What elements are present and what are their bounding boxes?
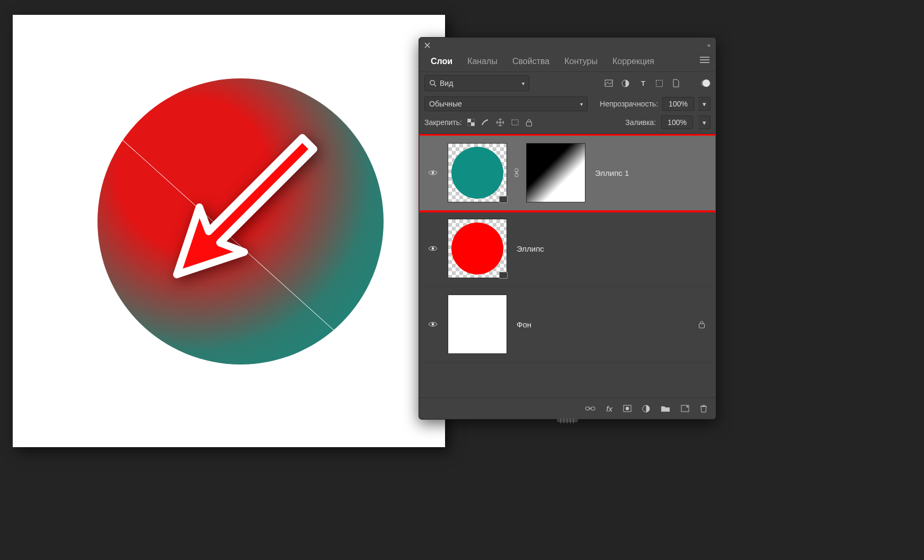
filter-smartobject-icon[interactable] [672,79,682,87]
layer-name-label[interactable]: Фон [517,320,531,329]
canvas-ellipse [97,78,384,365]
chevron-down-icon: ▾ [580,101,583,107]
opacity-value[interactable]: 100% [662,97,694,111]
svg-point-15 [432,247,434,250]
svg-rect-6 [467,119,471,122]
tab-adjustments[interactable]: Коррекция [605,52,662,72]
collapse-panel-icon[interactable]: « [707,42,710,48]
svg-rect-10 [526,122,531,126]
svg-rect-24 [681,405,689,412]
layer-row[interactable]: Эллипс [419,211,716,287]
panel-tabs: Слои Каналы Свойства Контуры Коррекция [419,52,716,72]
tab-paths[interactable]: Контуры [557,52,605,72]
panel-menu-icon[interactable] [694,52,716,72]
layers-list: Эллипс 1 Эллипс Фон [419,134,716,397]
new-group-icon[interactable] [661,405,670,412]
svg-rect-7 [471,122,475,126]
fill-stepper[interactable]: ▾ [698,115,710,129]
tab-layers[interactable]: Слои [423,52,460,72]
layer-name-label[interactable]: Эллипс 1 [595,168,629,177]
lock-all-icon[interactable] [526,119,532,127]
chevron-down-icon: ▾ [522,81,525,86]
svg-line-2 [434,84,436,86]
visibility-toggle[interactable] [422,245,443,252]
filter-shape-icon[interactable] [655,79,665,87]
blend-mode-select[interactable]: Обычные ▾ [424,96,588,111]
trash-icon[interactable] [700,404,707,413]
layer-thumbnail[interactable] [448,143,507,202]
layer-kind-filter[interactable]: Вид ▾ [424,75,529,91]
panel-resize-grip[interactable]: ┃┃┃┃┃ [557,419,578,422]
adjustment-icon[interactable] [642,405,650,413]
layers-panel: « Слои Каналы Свойства Контуры Коррекция… [419,37,716,420]
svg-point-16 [432,323,434,326]
layer-thumbnail[interactable] [448,295,507,354]
add-mask-icon[interactable] [623,405,632,412]
fill-value[interactable]: 100% [661,115,693,129]
layers-panel-footer: fx [419,397,716,419]
lock-artboard-icon[interactable] [511,119,519,126]
svg-point-11 [432,172,434,174]
layer-name-label[interactable]: Эллипс [517,244,544,253]
filter-type-icon[interactable]: T [638,79,648,87]
lock-paint-icon[interactable] [481,119,490,126]
blend-mode-value: Обычные [429,100,462,108]
new-layer-icon[interactable] [681,405,689,412]
filter-pixel-icon[interactable] [605,79,614,87]
shape-badge-icon [499,196,508,203]
opacity-stepper[interactable]: ▾ [698,97,710,111]
layer-mask-thumbnail[interactable] [526,143,585,202]
fx-icon[interactable]: fx [606,404,612,413]
svg-rect-17 [699,324,705,328]
svg-rect-9 [512,120,518,125]
visibility-toggle[interactable] [422,170,443,176]
tab-channels[interactable]: Каналы [460,52,505,72]
link-layers-icon[interactable] [585,405,596,412]
filter-toggle[interactable] [701,80,710,86]
opacity-label: Непрозрачность: [600,100,658,108]
lock-label: Закрепить: [424,118,462,127]
svg-rect-5 [656,80,663,86]
document-canvas[interactable] [13,15,445,447]
visibility-toggle[interactable] [422,321,443,327]
fill-label: Заливка: [625,118,656,127]
mask-link-icon[interactable] [511,168,522,177]
shape-badge-icon [499,272,508,279]
tab-properties[interactable]: Свойства [505,52,557,72]
layer-kind-label: Вид [440,79,453,87]
lock-position-icon[interactable] [496,118,504,127]
layer-row[interactable]: Фон [419,287,716,362]
lock-icon[interactable] [698,321,705,328]
layer-row[interactable]: Эллипс 1 [419,135,716,211]
svg-point-22 [626,407,629,410]
layer-thumbnail[interactable] [448,219,507,278]
lock-transparency-icon[interactable] [467,119,475,126]
search-icon [429,79,437,87]
close-icon[interactable] [424,42,430,48]
svg-point-1 [430,81,434,85]
filter-adjustment-icon[interactable] [621,79,631,87]
